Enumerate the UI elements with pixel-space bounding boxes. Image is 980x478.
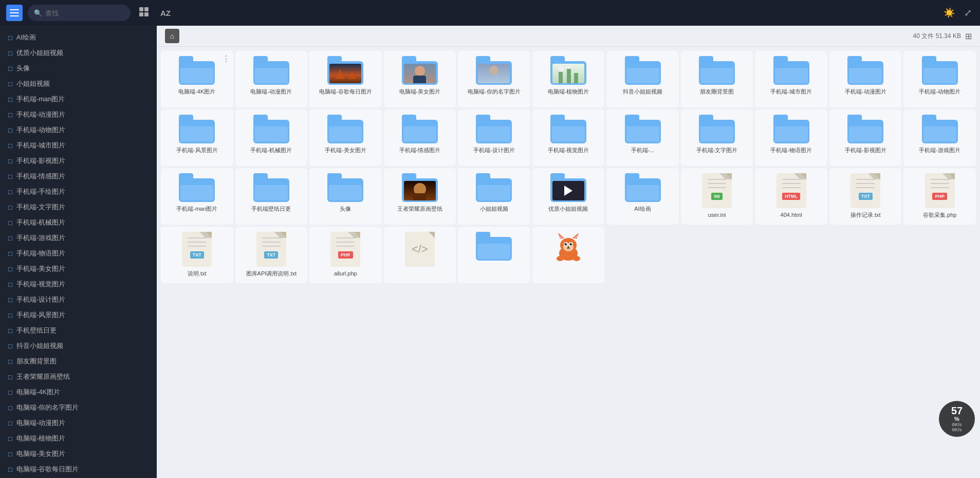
- sidebar-item[interactable]: □手机端-城市图片: [0, 138, 157, 153]
- file-item[interactable]: ⋮ 手机端-视觉图片: [532, 109, 605, 166]
- file-item[interactable]: ⋮ 王者荣耀原画壁纸: [384, 168, 456, 225]
- file-item[interactable]: ⋮ 手机端-文字图片: [681, 109, 753, 166]
- sidebar-item[interactable]: □手机端-视觉图片: [0, 277, 157, 292]
- file-item[interactable]: ⋮ 手机端-城市图片: [755, 51, 827, 107]
- sidebar-item[interactable]: □头像: [0, 61, 157, 76]
- file-item[interactable]: ⋮ 手机端-设计图片: [458, 109, 530, 166]
- menu-button[interactable]: [6, 5, 23, 21]
- file-item[interactable]: ⋮ 手机端-美女图片: [309, 109, 382, 166]
- sidebar-item[interactable]: □手机端-游戏图片: [0, 230, 157, 246]
- svg-rect-6: [144, 12, 149, 16]
- file-item[interactable]: ⋮ HTML 404.html: [755, 168, 827, 225]
- file-item[interactable]: ⋮ INI user.ini: [681, 168, 753, 225]
- file-item[interactable]: ⋮ 手机端-影视图片: [829, 109, 902, 166]
- sidebar-item[interactable]: □优质小姐姐视频: [0, 45, 157, 61]
- home-button[interactable]: ⌂: [165, 29, 179, 43]
- file-item[interactable]: ⋮ TXT 操作记录.txt: [829, 168, 902, 225]
- file-item[interactable]: ⋮ TXT 说明.txt: [161, 227, 233, 283]
- sidebar-item[interactable]: □手机端-动漫图片: [0, 107, 157, 122]
- sidebar-item[interactable]: □手机端-风景图片: [0, 307, 157, 323]
- view-toggle-button[interactable]: [136, 5, 152, 22]
- sidebar-item-label: 手机端-手绘图片: [16, 187, 65, 196]
- file-item[interactable]: ⋮ 手机端-风景图片: [161, 109, 233, 166]
- sidebar-item[interactable]: □手机端-man图片: [0, 91, 157, 107]
- file-item[interactable]: ⋮ 电脑端-你的名字图片: [458, 51, 530, 107]
- file-item[interactable]: ⋮ 手机端-...: [606, 109, 679, 166]
- search-box: 🔍: [28, 5, 131, 21]
- file-item[interactable]: ⋮ PHP 谷歌采集.php: [903, 168, 976, 225]
- sidebar-item[interactable]: □手机端-美女图片: [0, 261, 157, 277]
- file-item[interactable]: ⋮ 电脑端-植物图片: [532, 51, 605, 107]
- file-item[interactable]: ⋮ 电脑端-4K图片: [161, 51, 233, 107]
- file-item[interactable]: ⋮: [458, 227, 530, 283]
- speed-up: 0K/s: [952, 422, 961, 427]
- file-item[interactable]: ⋮ 优质小姐姐视频: [532, 168, 605, 225]
- sidebar-item[interactable]: □小姐姐视频: [0, 76, 157, 91]
- folder-icon: [699, 115, 735, 143]
- sidebar-item[interactable]: □手机端-手绘图片: [0, 184, 157, 199]
- file-item[interactable]: ⋮ 手机端-man图片: [161, 168, 233, 225]
- file-item[interactable]: ⋮ 小姐姐视频: [458, 168, 530, 225]
- file-item[interactable]: ⋮ 手机端-机械图片: [235, 109, 308, 166]
- file-label: 手机端-城市图片: [759, 88, 823, 95]
- file-item[interactable]: ⋮ 电脑端-谷歌每日图片: [309, 51, 382, 107]
- file-label: 电脑端-植物图片: [537, 88, 601, 95]
- sidebar-item[interactable]: □AI绘画: [0, 30, 157, 45]
- file-item[interactable]: ⋮ 抖音小姐姐视频: [606, 51, 679, 107]
- sidebar-item-label: 电脑端-植物图片: [16, 434, 65, 443]
- sidebar-item-label: 电脑端-美女图片: [16, 449, 65, 458]
- sidebar-item[interactable]: □抖音小姐姐视频: [0, 338, 157, 354]
- sidebar-item[interactable]: □手机端-影视图片: [0, 153, 157, 169]
- file-item[interactable]: ⋮ AI绘画: [606, 168, 679, 225]
- folder-icon: [922, 56, 958, 85]
- content-fullscreen-button[interactable]: ⊞: [965, 31, 972, 41]
- folder-icon: [476, 232, 512, 261]
- file-item[interactable]: ⋮: [532, 227, 605, 283]
- sidebar-item[interactable]: □电脑端-4K图片: [0, 384, 157, 400]
- file-label: 图库API调用说明.txt: [239, 270, 304, 277]
- sidebar-item[interactable]: □手机端-机械图片: [0, 215, 157, 230]
- sidebar-item[interactable]: □电脑端-谷歌每日图片: [0, 462, 157, 477]
- sidebar-item[interactable]: □电脑端-美女图片: [0, 446, 157, 462]
- sidebar-item[interactable]: □手机端-动物图片: [0, 122, 157, 138]
- sidebar-item[interactable]: □电脑端-你的名字图片: [0, 400, 157, 415]
- sidebar-item[interactable]: □朋友圈背景图: [0, 354, 157, 369]
- fox-icon: [553, 232, 584, 263]
- folder-icon: [550, 173, 586, 202]
- file-item[interactable]: ⋮ 朋友圈背景图: [681, 51, 753, 107]
- file-item[interactable]: ⋮ 手机端-情感图片: [384, 109, 456, 166]
- sidebar-item[interactable]: □手机端-物语图片: [0, 246, 157, 261]
- file-item[interactable]: ⋮ PHP allurl.php: [309, 227, 382, 283]
- file-item[interactable]: ⋮ 手机端壁纸日更: [235, 168, 308, 225]
- sidebar-item[interactable]: □电脑端-植物图片: [0, 431, 157, 446]
- file-item[interactable]: ⋮ 手机端-物语图片: [755, 109, 827, 166]
- sidebar-item-label: 手机端-文字图片: [16, 203, 65, 212]
- sidebar-item[interactable]: □手机端-文字图片: [0, 199, 157, 215]
- folder-icon: [625, 173, 661, 202]
- file-item[interactable]: ⋮ 手机端-动漫图片: [829, 51, 902, 107]
- file-item[interactable]: ⋮ 手机端-动物图片: [903, 51, 976, 107]
- sort-button[interactable]: AZ: [157, 7, 174, 20]
- file-item[interactable]: ⋮ </>: [384, 227, 456, 283]
- brightness-button[interactable]: ☀️: [941, 5, 957, 21]
- file-item[interactable]: ⋮ TXT 图库API调用说明.txt: [235, 227, 308, 283]
- sidebar-item[interactable]: □手机端-情感图片: [0, 169, 157, 184]
- sidebar-item[interactable]: □手机端-设计图片: [0, 292, 157, 307]
- file-item[interactable]: ⋮ 手机端-游戏图片: [903, 109, 976, 166]
- folder-icon: [847, 115, 883, 143]
- sidebar-item[interactable]: □手机壁纸日更: [0, 323, 157, 338]
- expand-button[interactable]: ⤢: [962, 5, 974, 21]
- file-item[interactable]: ⋮ 电脑端-动漫图片: [235, 51, 308, 107]
- folder-icon: [402, 115, 438, 143]
- sidebar-item[interactable]: □电脑端-动漫图片: [0, 415, 157, 431]
- file-icon: PHP: [925, 173, 955, 208]
- sidebar-item[interactable]: □王者荣耀原画壁纸: [0, 369, 157, 384]
- file-item[interactable]: ⋮ 头像: [309, 168, 382, 225]
- folder-icon: [253, 56, 289, 85]
- svg-rect-2: [10, 15, 19, 16]
- file-label: AI绘画: [611, 205, 675, 212]
- more-options-button[interactable]: ⋮: [222, 54, 230, 64]
- file-item[interactable]: ⋮ 电脑端-美女图片: [384, 51, 456, 107]
- search-input[interactable]: [45, 9, 124, 17]
- folder-icon: □: [8, 435, 12, 443]
